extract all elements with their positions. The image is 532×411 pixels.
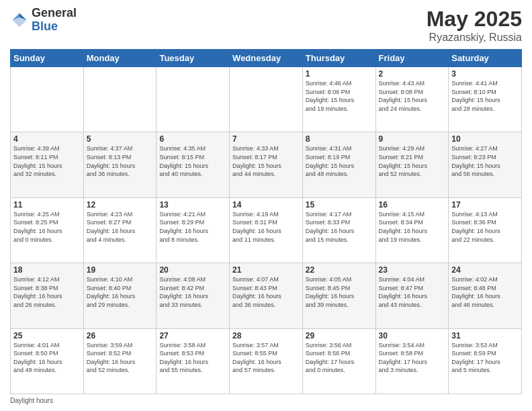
day-info: Sunrise: 4:37 AM Sunset: 8:13 PM Dayligh…	[87, 144, 154, 178]
col-header-monday: Monday	[83, 50, 157, 67]
calendar-table: SundayMondayTuesdayWednesdayThursdayFrid…	[10, 49, 522, 394]
calendar-cell: 7Sunrise: 4:33 AM Sunset: 8:17 PM Daylig…	[230, 132, 303, 197]
day-number: 9	[379, 134, 446, 144]
calendar-cell: 28Sunrise: 3:57 AM Sunset: 8:55 PM Dayli…	[230, 328, 303, 394]
day-number: 3	[451, 69, 519, 79]
calendar-cell	[11, 67, 84, 132]
calendar-cell: 6Sunrise: 4:35 AM Sunset: 8:15 PM Daylig…	[157, 132, 230, 197]
day-info: Sunrise: 4:07 AM Sunset: 8:43 PM Dayligh…	[232, 275, 300, 309]
calendar-cell: 15Sunrise: 4:17 AM Sunset: 8:33 PM Dayli…	[302, 197, 375, 263]
day-info: Sunrise: 4:27 AM Sunset: 8:23 PM Dayligh…	[451, 144, 519, 178]
col-header-friday: Friday	[375, 50, 449, 67]
col-header-thursday: Thursday	[302, 50, 375, 67]
day-number: 20	[159, 265, 226, 275]
calendar-cell: 8Sunrise: 4:31 AM Sunset: 8:19 PM Daylig…	[302, 132, 375, 197]
day-info: Sunrise: 4:46 AM Sunset: 8:06 PM Dayligh…	[306, 79, 373, 113]
day-info: Sunrise: 4:01 AM Sunset: 8:50 PM Dayligh…	[13, 341, 81, 375]
day-number: 6	[159, 134, 226, 144]
day-number: 19	[87, 265, 154, 275]
calendar-cell: 1Sunrise: 4:46 AM Sunset: 8:06 PM Daylig…	[302, 67, 375, 132]
calendar-cell: 12Sunrise: 4:23 AM Sunset: 8:27 PM Dayli…	[83, 197, 157, 263]
calendar-cell: 31Sunrise: 3:53 AM Sunset: 8:59 PM Dayli…	[449, 328, 522, 394]
calendar-cell: 3Sunrise: 4:41 AM Sunset: 8:10 PM Daylig…	[449, 67, 522, 132]
day-info: Sunrise: 4:10 AM Sunset: 8:40 PM Dayligh…	[87, 275, 154, 309]
col-header-saturday: Saturday	[449, 50, 522, 67]
day-number: 23	[379, 265, 446, 275]
calendar-header-row: SundayMondayTuesdayWednesdayThursdayFrid…	[11, 50, 522, 67]
calendar-cell	[83, 67, 157, 132]
calendar-cell: 29Sunrise: 3:56 AM Sunset: 8:56 PM Dayli…	[302, 328, 375, 394]
day-info: Sunrise: 4:31 AM Sunset: 8:19 PM Dayligh…	[306, 144, 373, 178]
day-number: 13	[159, 200, 226, 210]
day-number: 5	[87, 134, 154, 144]
calendar-cell	[157, 67, 230, 132]
day-number: 14	[232, 200, 300, 210]
day-info: Sunrise: 3:56 AM Sunset: 8:56 PM Dayligh…	[306, 341, 373, 375]
footer: Daylight hours	[10, 397, 522, 404]
calendar-cell: 25Sunrise: 4:01 AM Sunset: 8:50 PM Dayli…	[11, 328, 84, 394]
title-block: May 2025 Ryazanskiy, Russia	[427, 7, 522, 44]
day-info: Sunrise: 4:33 AM Sunset: 8:17 PM Dayligh…	[232, 144, 300, 178]
day-number: 8	[306, 134, 373, 144]
calendar-cell: 21Sunrise: 4:07 AM Sunset: 8:43 PM Dayli…	[230, 263, 303, 328]
day-number: 31	[451, 331, 519, 340]
day-info: Sunrise: 4:35 AM Sunset: 8:15 PM Dayligh…	[159, 144, 226, 178]
calendar-cell	[230, 67, 303, 132]
day-number: 22	[306, 265, 373, 275]
day-number: 29	[306, 331, 373, 340]
day-number: 16	[379, 200, 446, 210]
day-number: 1	[306, 69, 373, 79]
col-header-sunday: Sunday	[11, 50, 84, 67]
calendar-cell: 2Sunrise: 4:43 AM Sunset: 8:08 PM Daylig…	[375, 67, 449, 132]
page: General Blue May 2025 Ryazanskiy, Russia…	[0, 0, 532, 411]
calendar-cell: 22Sunrise: 4:05 AM Sunset: 8:45 PM Dayli…	[302, 263, 375, 328]
day-number: 30	[379, 331, 446, 340]
day-info: Sunrise: 3:59 AM Sunset: 8:52 PM Dayligh…	[87, 341, 154, 375]
day-number: 25	[13, 331, 81, 340]
day-info: Sunrise: 4:29 AM Sunset: 8:21 PM Dayligh…	[379, 144, 446, 178]
logo-general: General	[32, 6, 77, 19]
header: General Blue May 2025 Ryazanskiy, Russia	[10, 7, 522, 44]
day-info: Sunrise: 4:08 AM Sunset: 8:42 PM Dayligh…	[159, 275, 226, 309]
day-number: 12	[87, 200, 154, 210]
calendar-cell: 9Sunrise: 4:29 AM Sunset: 8:21 PM Daylig…	[375, 132, 449, 197]
day-number: 11	[13, 200, 81, 210]
day-number: 24	[451, 265, 519, 275]
day-info: Sunrise: 4:13 AM Sunset: 8:36 PM Dayligh…	[451, 210, 519, 244]
day-number: 21	[232, 265, 300, 275]
day-info: Sunrise: 3:57 AM Sunset: 8:55 PM Dayligh…	[232, 341, 300, 375]
calendar-cell: 18Sunrise: 4:12 AM Sunset: 8:38 PM Dayli…	[11, 263, 84, 328]
calendar-cell: 13Sunrise: 4:21 AM Sunset: 8:29 PM Dayli…	[157, 197, 230, 263]
day-number: 18	[13, 265, 81, 275]
col-header-wednesday: Wednesday	[230, 50, 303, 67]
day-info: Sunrise: 4:39 AM Sunset: 8:11 PM Dayligh…	[13, 144, 81, 178]
logo: General Blue	[10, 7, 77, 34]
logo-icon	[10, 11, 29, 30]
calendar-week-row: 1Sunrise: 4:46 AM Sunset: 8:06 PM Daylig…	[11, 67, 522, 132]
day-number: 27	[159, 331, 226, 340]
day-info: Sunrise: 4:05 AM Sunset: 8:45 PM Dayligh…	[306, 275, 373, 309]
day-info: Sunrise: 4:43 AM Sunset: 8:08 PM Dayligh…	[379, 79, 446, 113]
daylight-label: Daylight hours	[10, 397, 53, 404]
day-info: Sunrise: 3:53 AM Sunset: 8:59 PM Dayligh…	[451, 341, 519, 375]
calendar-cell: 27Sunrise: 3:58 AM Sunset: 8:53 PM Dayli…	[157, 328, 230, 394]
day-info: Sunrise: 3:58 AM Sunset: 8:53 PM Dayligh…	[159, 341, 226, 375]
day-info: Sunrise: 4:02 AM Sunset: 8:48 PM Dayligh…	[451, 275, 519, 309]
calendar-cell: 17Sunrise: 4:13 AM Sunset: 8:36 PM Dayli…	[449, 197, 522, 263]
day-number: 10	[451, 134, 519, 144]
calendar-week-row: 25Sunrise: 4:01 AM Sunset: 8:50 PM Dayli…	[11, 328, 522, 394]
day-info: Sunrise: 4:19 AM Sunset: 8:31 PM Dayligh…	[232, 210, 300, 244]
day-number: 2	[379, 69, 446, 79]
title-month: May 2025	[427, 7, 522, 32]
col-header-tuesday: Tuesday	[157, 50, 230, 67]
day-info: Sunrise: 4:41 AM Sunset: 8:10 PM Dayligh…	[451, 79, 519, 113]
day-number: 4	[13, 134, 81, 144]
calendar-cell: 4Sunrise: 4:39 AM Sunset: 8:11 PM Daylig…	[11, 132, 84, 197]
day-info: Sunrise: 4:25 AM Sunset: 8:25 PM Dayligh…	[13, 210, 81, 244]
calendar-cell: 19Sunrise: 4:10 AM Sunset: 8:40 PM Dayli…	[83, 263, 157, 328]
day-number: 17	[451, 200, 519, 210]
day-info: Sunrise: 4:04 AM Sunset: 8:47 PM Dayligh…	[379, 275, 446, 309]
day-number: 26	[87, 331, 154, 340]
calendar-cell: 10Sunrise: 4:27 AM Sunset: 8:23 PM Dayli…	[449, 132, 522, 197]
logo-text: General Blue	[32, 7, 77, 34]
